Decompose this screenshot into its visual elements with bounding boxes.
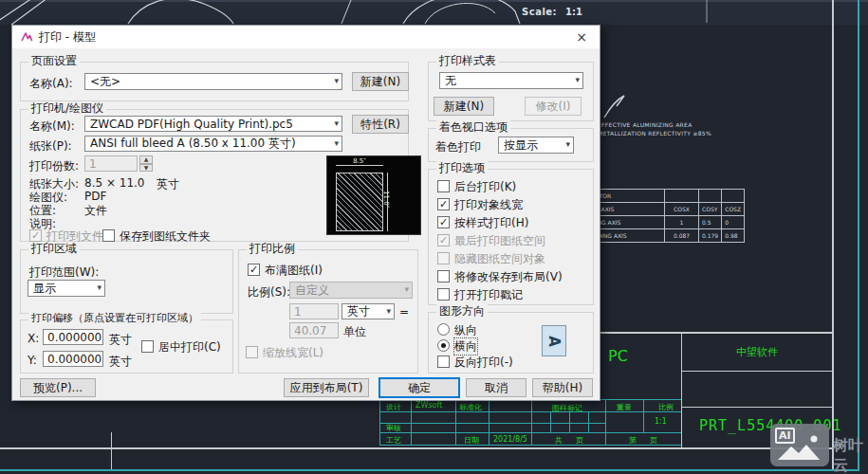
option-label: 后台打印(K) — [454, 179, 516, 195]
tb-design-value: ZWsoft — [416, 401, 442, 410]
help-button[interactable]: 帮助(H) — [532, 378, 593, 397]
checkbox[interactable] — [437, 288, 450, 301]
check-icon: ✓ — [439, 235, 448, 246]
checkbox[interactable]: ✓ — [29, 229, 42, 242]
plot-range-value: 显示 — [33, 281, 56, 297]
printer-properties-button[interactable]: 特性(R) — [352, 115, 409, 134]
chevron-down-icon: ▾ — [97, 283, 102, 292]
location-value: 文件 — [84, 203, 107, 219]
option-label: 最后打印图纸空间 — [454, 233, 545, 249]
plot-style-select[interactable]: 无 ▾ — [439, 72, 583, 89]
tb-grid — [379, 399, 380, 446]
checkbox[interactable] — [437, 270, 450, 283]
tb-process-label: 工艺 — [386, 435, 401, 446]
checkbox-plot-lineweights[interactable]: ✓ 打印对象线宽 — [437, 197, 523, 213]
preview-button[interactable]: 预览(P)... — [20, 378, 96, 397]
shade-plot-select[interactable]: 按显示 ▾ — [498, 137, 574, 154]
checkbox[interactable]: ✓ — [437, 234, 450, 246]
option-label: 按样式打印(H) — [454, 215, 528, 231]
tb-weight-label: 重量 — [617, 402, 632, 412]
tb-grid — [455, 399, 456, 446]
paper-size-unit: 英寸 — [157, 176, 179, 192]
preview-width-label: 8.5″ — [336, 157, 383, 165]
tb-grid — [588, 411, 589, 432]
paper-preview: 8.5″ 11.0″ — [326, 155, 421, 235]
plot-style-new-button[interactable]: 新建(N) — [434, 97, 494, 116]
tb-design-label: 设计 — [386, 402, 401, 412]
checkbox-plot-stamp[interactable]: 打开打印戳记 — [437, 287, 523, 303]
scale-unit-select[interactable]: 英寸 ▾ — [342, 303, 395, 319]
fit-to-paper-checkbox[interactable]: ✓ 布满图纸(I) — [248, 263, 323, 279]
checkbox[interactable] — [437, 252, 450, 264]
radio-button[interactable] — [437, 323, 450, 336]
tb-scale-value: 1:1 — [655, 417, 667, 426]
page-setup-new-button[interactable]: 新建(N) — [352, 72, 409, 91]
checkbox-background-plot[interactable]: 后台打印(K) — [437, 179, 516, 195]
checkbox-paperspace-last[interactable]: ✓ 最后打印图纸空间 — [437, 233, 545, 249]
plot-style-legend: 打印样式表 — [436, 54, 499, 67]
checkbox[interactable]: ✓ — [437, 216, 450, 228]
spinner-up-icon[interactable]: ▲ — [139, 155, 153, 164]
checkbox[interactable] — [437, 180, 450, 192]
mountain-icon — [770, 424, 829, 466]
watermark-text: 树叶云 — [833, 436, 868, 474]
page-setup-name-select[interactable]: <无> ▾ — [84, 73, 342, 90]
tb-grid — [379, 423, 605, 424]
scale-value: 1:1 — [565, 7, 582, 17]
checkbox[interactable] — [102, 229, 115, 242]
chevron-down-icon: ▾ — [386, 306, 391, 316]
ok-button[interactable]: 确定 — [379, 377, 460, 398]
paper-orientation-icon: A — [542, 325, 566, 356]
tb-grid — [531, 399, 532, 446]
scale-denominator-field[interactable]: 40.07 — [289, 322, 339, 338]
checkbox-hide-paperspace[interactable]: 隐藏图纸空间对象 — [437, 251, 545, 267]
preview-height-label: 11.0″ — [382, 191, 390, 208]
plot-options-legend: 打印选项 — [436, 161, 488, 174]
shaded-viewport-legend: 着色视口选项 — [436, 120, 510, 134]
titleblock-line — [681, 371, 833, 372]
checkbox[interactable]: ✓ — [437, 198, 450, 210]
copies-stepper[interactable]: ▲ ▼ — [139, 155, 153, 172]
radio-landscape[interactable]: 横向 — [437, 338, 477, 355]
checkbox-plot-with-styles[interactable]: ✓ 按样式打印(H) — [437, 215, 528, 231]
apply-to-layout-button[interactable]: 应用到布局(T) — [284, 378, 369, 397]
checkbox[interactable] — [437, 356, 450, 368]
radio-button[interactable] — [437, 339, 450, 352]
checkbox-save-changes-to-layout[interactable]: 将修改保存到布局(V) — [437, 269, 563, 285]
tb-audit-label: 审核 — [386, 423, 401, 433]
scale-select-value: 自定义 — [295, 283, 329, 299]
offset-x-field[interactable]: 0.000000 — [43, 329, 103, 345]
zwcad-application: Scale: 1:1 EFFECTIVE ALUMINIZING AREA ME… — [0, 0, 868, 474]
printer-name-select[interactable]: ZWCAD PDF(High Quality Print).pc5 ▾ — [84, 116, 342, 132]
checkbox[interactable]: ✓ — [248, 264, 260, 276]
checkbox[interactable] — [141, 340, 154, 353]
tb-grid — [605, 399, 606, 446]
paper-label: 纸张(P): — [29, 138, 72, 155]
plot-style-edit-button[interactable]: 修改(I) — [525, 97, 582, 116]
scale-lineweight-label: 缩放线宽(L) — [263, 345, 323, 361]
radio-portrait[interactable]: 纵向 — [437, 322, 477, 338]
paper-value: ANSI full bleed A (8.50 x 11.00 英寸) — [90, 136, 296, 152]
checkbox[interactable] — [246, 346, 258, 358]
check-icon: ✓ — [31, 230, 40, 241]
shade-plot-value: 按显示 — [504, 137, 538, 154]
center-plot-checkbox[interactable]: 居中打印(C) — [141, 339, 221, 356]
tb-date-label: 日期 — [464, 435, 479, 446]
chevron-down-icon: ▾ — [404, 284, 409, 294]
scale-lineweight-checkbox[interactable]: 缩放线宽(L) — [246, 345, 323, 361]
plot-area-legend: 打印区域 — [28, 242, 80, 255]
option-label: 隐藏图纸空间对象 — [454, 251, 545, 267]
spinner-down-icon[interactable]: ▼ — [139, 164, 153, 173]
close-icon[interactable]: × — [571, 27, 592, 46]
plot-range-select[interactable]: 显示 ▾ — [28, 280, 105, 297]
save-to-folder-checkbox[interactable]: 保存到图纸文件夹 — [102, 228, 211, 245]
print-dialog: 打印 - 模型 × 页面设置 名称(A): <无> ▾ 新建(N) 打印机/绘图… — [11, 25, 600, 401]
scale-numerator-field[interactable]: 1 — [289, 303, 339, 319]
cancel-button[interactable]: 取消 — [466, 378, 526, 397]
center-plot-label: 居中打印(C) — [158, 339, 221, 356]
offset-y-field[interactable]: 0.000000 — [43, 351, 103, 367]
copies-field[interactable]: 1 — [84, 155, 138, 172]
checkbox-plot-upside-down[interactable]: 反向打印(-) — [437, 355, 513, 371]
scale-select[interactable]: 自定义 ▾ — [289, 282, 413, 299]
paper-select[interactable]: ANSI full bleed A (8.50 x 11.00 英寸) ▾ — [84, 136, 342, 152]
